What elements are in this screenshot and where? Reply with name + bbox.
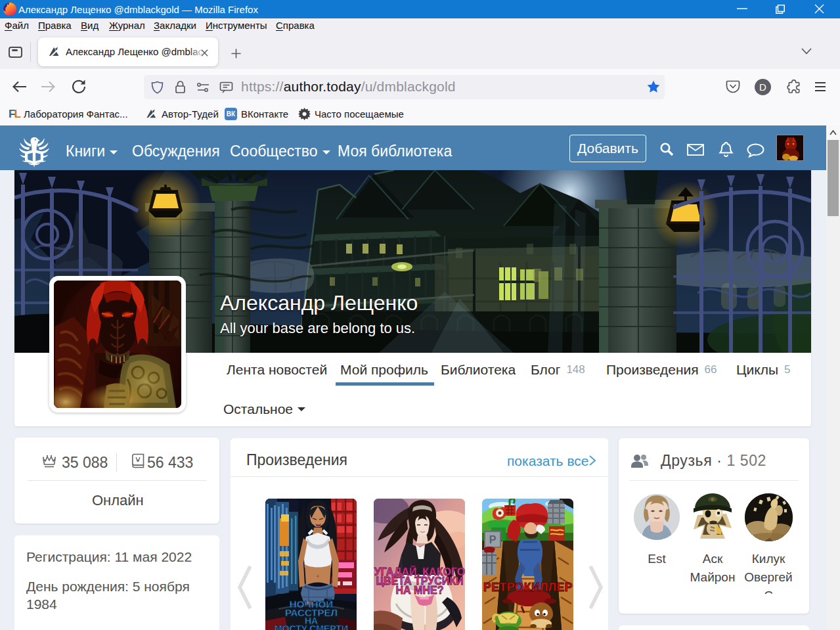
svg-text:РЕТРОКИЛЛЕР: РЕТРОКИЛЛЕР (483, 581, 573, 594)
svg-text:НА МНЕ?: НА МНЕ? (396, 585, 444, 596)
svg-text:P: P (489, 534, 497, 545)
svg-text:МОСТУ СМЕРТИ: МОСТУ СМЕРТИ (275, 623, 348, 630)
